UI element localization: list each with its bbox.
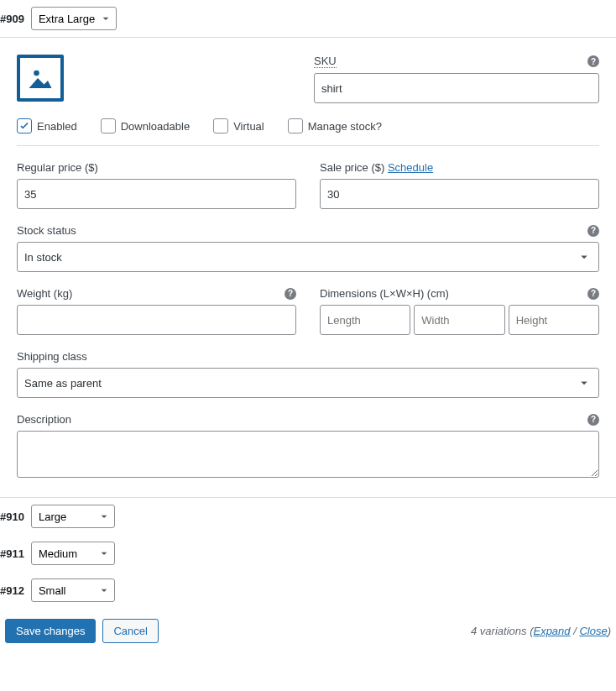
stock-status-label: Stock status	[17, 224, 76, 237]
checkbox-icon	[101, 118, 116, 133]
enabled-checkbox[interactable]: Enabled	[17, 118, 77, 133]
checkbox-label: Downloadable	[121, 120, 190, 133]
variation-header-911[interactable]: #911 Medium	[0, 535, 616, 572]
help-icon[interactable]: ?	[587, 55, 599, 67]
checkbox-row: Enabled Downloadable Virtual Manage stoc…	[17, 118, 599, 146]
help-icon[interactable]: ?	[587, 225, 599, 237]
variation-header-910[interactable]: #910 Large	[0, 498, 616, 535]
attribute-select[interactable]: Medium	[31, 542, 115, 565]
checkbox-label: Virtual	[233, 120, 264, 133]
variation-panel: SKU ? Enabled Downloadable Virtual Manag…	[0, 37, 616, 498]
shipping-class-select[interactable]: Same as parent	[17, 368, 599, 398]
footer: Save changes Cancel 4 variations (Expand…	[0, 609, 616, 653]
regular-price-input[interactable]	[17, 179, 296, 209]
help-icon[interactable]: ?	[285, 288, 296, 300]
close-link[interactable]: Close	[579, 625, 607, 637]
help-icon[interactable]: ?	[587, 414, 599, 426]
attribute-select[interactable]: Small	[31, 578, 115, 602]
description-label: Description	[17, 413, 71, 426]
checkbox-label: Enabled	[37, 120, 77, 133]
help-icon[interactable]: ?	[587, 288, 599, 300]
variation-id: #909	[0, 13, 24, 25]
dimensions-label: Dimensions (L×W×H) (cm)	[320, 287, 449, 300]
sale-price-input[interactable]	[320, 179, 599, 209]
checkbox-icon	[288, 118, 303, 133]
variation-header-909[interactable]: #909 Extra Large	[0, 0, 616, 37]
sku-input[interactable]	[314, 73, 599, 103]
checkbox-icon	[213, 118, 228, 133]
downloadable-checkbox[interactable]: Downloadable	[101, 118, 190, 133]
schedule-link[interactable]: Schedule	[388, 161, 433, 174]
checkbox-icon	[17, 118, 32, 133]
variation-header-912[interactable]: #912 Small	[0, 572, 616, 609]
variation-id: #912	[0, 584, 24, 597]
height-input[interactable]	[509, 305, 599, 335]
variation-id: #911	[0, 547, 24, 560]
svg-point-0	[34, 71, 39, 76]
attribute-select[interactable]: Extra Large	[31, 7, 117, 30]
stock-status-select[interactable]: In stock	[17, 242, 599, 272]
variation-image-upload[interactable]	[17, 55, 64, 102]
save-button[interactable]: Save changes	[5, 619, 96, 643]
variation-count: 4 variations	[471, 625, 526, 637]
image-placeholder-icon	[25, 63, 55, 93]
sku-label: SKU	[314, 55, 337, 68]
variation-id: #910	[0, 510, 24, 523]
description-textarea[interactable]	[17, 431, 599, 478]
length-input[interactable]	[320, 305, 410, 335]
sale-price-label: Sale price ($)	[320, 161, 384, 174]
weight-label: Weight (kg)	[17, 287, 72, 300]
expand-link[interactable]: Expand	[533, 625, 570, 637]
manage-stock-checkbox[interactable]: Manage stock?	[288, 118, 382, 133]
checkbox-label: Manage stock?	[308, 120, 382, 133]
regular-price-label: Regular price ($)	[17, 161, 98, 174]
shipping-class-label: Shipping class	[17, 350, 87, 363]
virtual-checkbox[interactable]: Virtual	[213, 118, 264, 133]
weight-input[interactable]	[17, 305, 296, 335]
width-input[interactable]	[414, 305, 504, 335]
attribute-select[interactable]: Large	[31, 505, 115, 528]
cancel-button[interactable]: Cancel	[102, 619, 158, 643]
